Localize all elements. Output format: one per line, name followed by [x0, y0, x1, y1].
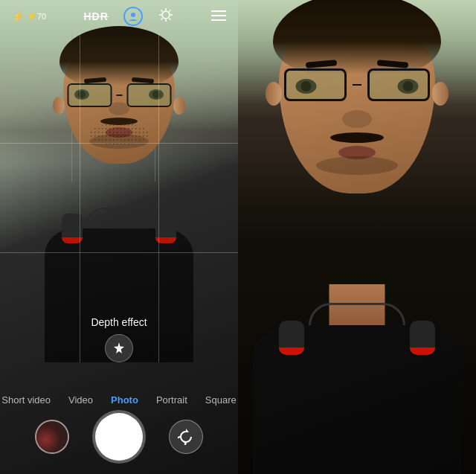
beauty-button[interactable] — [158, 7, 174, 27]
face-area-right — [268, 7, 446, 216]
left-camera-panel: ⚡ ⚡70 HDR — [0, 0, 238, 474]
mode-bar: Short video Video Photo Portrait Square — [0, 386, 238, 413]
bottom-controls — [0, 414, 238, 459]
stubble-left — [89, 123, 149, 145]
headphones-left — [56, 206, 182, 251]
mode-portrait[interactable]: Portrait — [147, 394, 196, 406]
svg-line-7 — [169, 18, 170, 19]
top-bar-center: HDR — [83, 7, 173, 27]
menu-icon — [211, 10, 226, 21]
chin-right — [316, 156, 398, 175]
depth-effect-label: Depth effect — [91, 316, 147, 328]
flash-icon: ⚡ — [12, 11, 24, 22]
profile-icon — [128, 11, 138, 22]
beauty-icon — [158, 7, 174, 23]
nose-right — [342, 110, 372, 128]
flash-label: ⚡70 — [27, 12, 46, 22]
face-area-left — [56, 37, 182, 186]
ear-left-r — [266, 82, 282, 106]
svg-marker-13 — [114, 342, 124, 353]
mode-square[interactable]: Square — [196, 394, 238, 406]
flash-controls[interactable]: ⚡ ⚡70 — [12, 11, 46, 22]
ear-right-r — [432, 82, 448, 106]
flip-camera-icon — [178, 429, 194, 445]
mode-short-video[interactable]: Short video — [0, 394, 60, 406]
svg-line-8 — [161, 18, 162, 19]
svg-line-6 — [161, 10, 162, 11]
headphones-right — [264, 303, 450, 355]
profile-button[interactable] — [123, 7, 143, 26]
svg-point-1 — [162, 11, 170, 19]
depth-effect-button[interactable] — [105, 334, 133, 362]
ear-left — [53, 97, 65, 115]
svg-line-9 — [169, 10, 170, 11]
right-camera-panel — [238, 0, 476, 474]
hair-right — [273, 0, 441, 74]
top-bar: ⚡ ⚡70 HDR — [0, 0, 238, 33]
mode-photo[interactable]: Photo — [102, 394, 147, 406]
depth-star-icon — [112, 342, 126, 355]
hdr-button[interactable]: HDR — [83, 10, 108, 22]
mode-video[interactable]: Video — [60, 394, 102, 406]
depth-effect-area: Depth effect — [0, 316, 238, 362]
gallery-thumbnail[interactable] — [35, 420, 69, 454]
svg-marker-14 — [186, 429, 189, 432]
shutter-button[interactable] — [95, 413, 143, 461]
nose-left — [109, 102, 129, 115]
flip-camera-button[interactable] — [169, 420, 203, 454]
glasses-right — [283, 67, 431, 103]
ear-right — [173, 97, 185, 115]
menu-button[interactable] — [211, 9, 226, 25]
svg-point-0 — [131, 13, 135, 17]
mustache-right — [330, 132, 384, 143]
